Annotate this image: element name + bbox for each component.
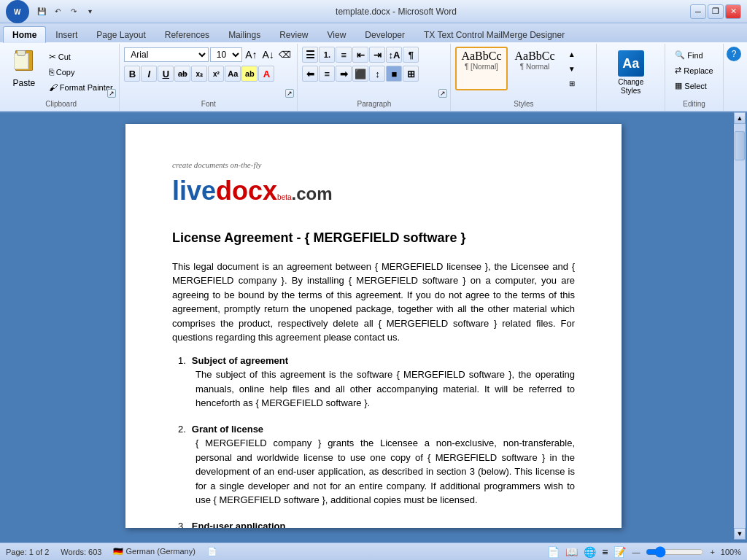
- align-right-button[interactable]: ➡: [336, 66, 352, 82]
- save-quick-btn[interactable]: 💾: [35, 5, 48, 18]
- document-mode-icon: 📄: [207, 547, 217, 556]
- clipboard-expand[interactable]: ↗: [107, 89, 116, 98]
- zoom-percentage: 100%: [721, 548, 741, 556]
- font-group-label: Font: [120, 100, 297, 108]
- style-normal2-item[interactable]: AaBbCc ¶ Normal: [509, 47, 561, 90]
- zoom-slider[interactable]: [646, 548, 704, 556]
- superscript-button[interactable]: x²: [208, 66, 224, 82]
- page-status: Page: 1 of 2: [6, 548, 49, 556]
- ribbon-group-paragraph: ☰ 1. ≡ ⇤ ⇥ ↕A ¶ ⬅ ≡ ➡ ⬛ ↕ ■ ⊞ Paragraph …: [298, 44, 451, 111]
- subscript-button[interactable]: x₂: [191, 66, 207, 82]
- scroll-thumb[interactable]: [735, 131, 745, 160]
- zoom-minus[interactable]: —: [632, 548, 640, 556]
- list-item-3: 3. End-user application An end-user appl…: [178, 519, 575, 529]
- change-styles-button[interactable]: Aa Change Styles: [601, 47, 660, 99]
- shrink-font-button[interactable]: A↓: [260, 47, 276, 63]
- customize-quick-btn[interactable]: ▾: [83, 5, 96, 18]
- strikethrough-button[interactable]: ab: [174, 66, 190, 82]
- increase-indent-button[interactable]: ⇥: [369, 47, 385, 63]
- copy-label: Copy: [56, 68, 75, 77]
- window-title: template.docx - Microsoft Word: [102, 7, 690, 17]
- find-button[interactable]: 🔍 Find: [671, 48, 706, 62]
- document-page[interactable]: create documents on-the-fly livedocx bet…: [125, 124, 622, 528]
- scroll-down-button[interactable]: ▼: [734, 528, 746, 540]
- tab-page-layout[interactable]: Page Layout: [87, 26, 155, 42]
- decrease-indent-button[interactable]: ⇤: [352, 47, 368, 63]
- tab-review[interactable]: Review: [270, 26, 317, 42]
- list-item-3-header: 3. End-user application: [178, 519, 575, 529]
- styles-scroll-down[interactable]: ▼: [564, 61, 580, 76]
- underline-button[interactable]: U: [158, 66, 174, 82]
- view-outline-button[interactable]: ≡: [602, 546, 608, 558]
- tab-txmailmerge[interactable]: TX Text Control MailMerge Designer: [414, 26, 574, 42]
- clipboard-small-buttons: ✂ Cut ⎘ Copy 🖌 Format Painter: [45, 47, 117, 95]
- language-text: German (Germany): [125, 547, 195, 556]
- undo-quick-btn[interactable]: ↶: [51, 5, 64, 18]
- view-draft-button[interactable]: 📝: [614, 546, 626, 558]
- highlight-button[interactable]: ab: [241, 66, 258, 82]
- styles-gallery: AaBbCc ¶ [Normal] AaBbCc ¶ Normal ▲ ▼ ⊞: [455, 47, 579, 90]
- find-icon: 🔍: [675, 50, 685, 60]
- view-reading-button[interactable]: 📖: [565, 546, 578, 558]
- view-web-button[interactable]: 🌐: [584, 546, 596, 558]
- select-label: Select: [684, 82, 707, 90]
- logo-main-area: livedocx beta .com: [172, 171, 575, 211]
- find-label: Find: [687, 51, 703, 60]
- format-painter-button[interactable]: 🖌 Format Painter: [45, 80, 117, 95]
- paste-button[interactable]: Paste: [6, 47, 42, 92]
- replace-button[interactable]: ⇄ Replace: [671, 63, 716, 77]
- office-icon: W: [6, 0, 29, 23]
- bold-button[interactable]: B: [124, 66, 140, 82]
- scroll-track[interactable]: [734, 124, 746, 528]
- status-bar: Page: 1 of 2 Words: 603 🇩🇪 German (Germa…: [0, 542, 747, 560]
- logo-live: live: [172, 176, 216, 206]
- close-button[interactable]: ✕: [725, 4, 741, 19]
- clear-format-button[interactable]: ⌫: [277, 47, 293, 63]
- tab-references[interactable]: References: [155, 26, 219, 42]
- paragraph-expand[interactable]: ↗: [438, 89, 447, 98]
- align-center-button[interactable]: ≡: [319, 66, 335, 82]
- ribbon-group-change-styles: Aa Change Styles: [597, 44, 665, 111]
- view-normal-button[interactable]: 📄: [547, 546, 560, 558]
- minimize-button[interactable]: ─: [690, 4, 706, 19]
- grow-font-button[interactable]: A↑: [244, 47, 259, 63]
- bullets-button[interactable]: ☰: [302, 47, 318, 63]
- borders-button[interactable]: ⊞: [403, 66, 419, 82]
- zoom-plus[interactable]: +: [710, 548, 714, 556]
- style-normal-item[interactable]: AaBbCc ¶ [Normal]: [455, 47, 507, 90]
- numbering-button[interactable]: 1.: [319, 47, 335, 63]
- tab-view[interactable]: View: [318, 26, 356, 42]
- cut-button[interactable]: ✂ Cut: [45, 50, 117, 64]
- scroll-up-button[interactable]: ▲: [734, 112, 746, 124]
- align-left-button[interactable]: ⬅: [302, 66, 318, 82]
- line-spacing-button[interactable]: ↕: [369, 66, 385, 82]
- sort-button[interactable]: ↕A: [386, 47, 402, 63]
- logo-beta: beta: [277, 192, 291, 203]
- show-marks-button[interactable]: ¶: [403, 47, 419, 63]
- justify-button[interactable]: ⬛: [352, 66, 368, 82]
- styles-scroll-up[interactable]: ▲: [564, 47, 580, 61]
- font-expand[interactable]: ↗: [285, 89, 294, 98]
- restore-button[interactable]: ❐: [708, 4, 724, 19]
- tab-mailings[interactable]: Mailings: [219, 26, 270, 42]
- tab-home[interactable]: Home: [3, 26, 46, 43]
- font-size-select[interactable]: 10: [210, 47, 242, 62]
- change-case-button[interactable]: Aa: [225, 66, 241, 82]
- select-button[interactable]: ▦ Select: [671, 79, 711, 93]
- language-indicator: 🇩🇪 German (Germany): [113, 547, 195, 556]
- tab-developer[interactable]: Developer: [355, 26, 414, 42]
- redo-quick-btn[interactable]: ↷: [67, 5, 80, 18]
- shading-button[interactable]: ■: [386, 66, 402, 82]
- help-button[interactable]: ?: [727, 47, 741, 61]
- font-color-button[interactable]: A: [258, 66, 274, 82]
- editing-group-label: Editing: [665, 100, 723, 108]
- logo-tagline: create documents on-the-fly: [172, 159, 575, 171]
- copy-button[interactable]: ⎘ Copy: [45, 65, 117, 79]
- quick-access-toolbar: 💾 ↶ ↷ ▾: [35, 5, 96, 18]
- multilevel-list-button[interactable]: ≡: [336, 47, 352, 63]
- tab-insert[interactable]: Insert: [46, 26, 87, 42]
- styles-more[interactable]: ⊞: [564, 76, 580, 90]
- italic-button[interactable]: I: [141, 66, 157, 82]
- font-name-select[interactable]: Arial: [124, 47, 209, 62]
- status-right: 📄 📖 🌐 ≡ 📝 — + 100%: [547, 546, 741, 558]
